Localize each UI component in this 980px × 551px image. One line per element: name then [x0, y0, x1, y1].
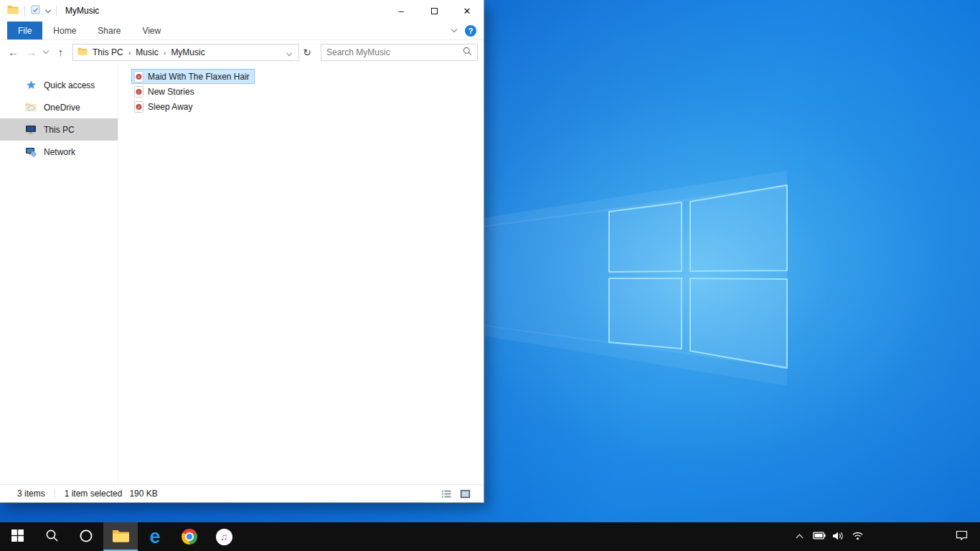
- sidebar-item-onedrive[interactable]: OneDrive: [0, 96, 118, 118]
- address-bar[interactable]: This PC › Music › MyMusic: [72, 44, 299, 61]
- svg-text:♪: ♪: [138, 74, 141, 79]
- breadcrumb-mymusic[interactable]: MyMusic: [166, 47, 209, 57]
- windows-start-icon: [11, 529, 24, 544]
- itunes-icon: ♫: [216, 529, 232, 545]
- tab-view[interactable]: View: [131, 22, 171, 39]
- taskbar-itunes-button[interactable]: ♫: [207, 522, 241, 551]
- window-title: MyMusic: [65, 6, 99, 16]
- music-file-icon: ♪: [134, 86, 143, 98]
- onedrive-folder-icon: [25, 102, 37, 113]
- tab-home[interactable]: Home: [42, 22, 87, 39]
- minimize-button[interactable]: –: [385, 0, 418, 22]
- close-button[interactable]: ✕: [451, 0, 484, 22]
- up-button[interactable]: ↑: [52, 42, 70, 62]
- expand-ribbon-chevron-icon[interactable]: [451, 27, 457, 32]
- breadcrumb-this-pc[interactable]: This PC: [88, 47, 128, 57]
- qat-properties-icon[interactable]: [31, 5, 40, 17]
- file-name: Sleep Away: [148, 102, 193, 112]
- taskbar-file-explorer-button[interactable]: [103, 522, 138, 551]
- caption-buttons: – ✕: [385, 0, 484, 22]
- status-divider: [55, 489, 55, 499]
- refresh-button[interactable]: ↻: [299, 44, 315, 61]
- navigation-pane: Quick access OneDrive This PC Network: [0, 64, 118, 484]
- taskbar-chrome-button[interactable]: [172, 522, 207, 551]
- search-input[interactable]: [326, 47, 463, 57]
- sidebar-item-quick-access[interactable]: Quick access: [0, 74, 118, 96]
- svg-text:♪: ♪: [138, 89, 141, 94]
- window-body: Quick access OneDrive This PC Network: [0, 64, 484, 484]
- start-button[interactable]: [0, 522, 34, 551]
- file-row[interactable]: ♪ Sleep Away: [131, 99, 198, 114]
- cortana-ring-icon: [79, 529, 93, 545]
- tray-volume-button[interactable]: [829, 522, 848, 551]
- file-name: New Stories: [148, 87, 194, 97]
- action-center-icon: [956, 530, 968, 543]
- sidebar-item-label: Quick access: [44, 80, 95, 90]
- sidebar-item-this-pc[interactable]: This PC: [0, 118, 118, 141]
- quick-access-toolbar: MyMusic: [0, 0, 385, 22]
- edge-browser-icon: e: [149, 527, 160, 547]
- search-icon: [45, 529, 59, 545]
- back-button[interactable]: ←: [4, 42, 22, 62]
- recent-locations-chevron[interactable]: [40, 42, 52, 62]
- file-explorer-window: MyMusic – ✕ File Home Share View ? ← → ↑…: [0, 0, 484, 503]
- maximize-icon: [431, 8, 438, 14]
- toolbar-divider: [56, 6, 57, 17]
- title-bar: MyMusic – ✕: [0, 0, 484, 22]
- large-icons-view-button[interactable]: [458, 487, 472, 500]
- sidebar-item-label: This PC: [44, 125, 75, 135]
- sidebar-item-label: Network: [44, 147, 75, 157]
- taskbar-edge-button[interactable]: e: [138, 522, 172, 551]
- search-box: [321, 44, 478, 61]
- svg-text:♪: ♪: [138, 104, 141, 109]
- status-size: 190 KB: [129, 489, 157, 499]
- star-icon: [25, 80, 37, 91]
- search-icon[interactable]: [463, 47, 472, 58]
- status-selection: 1 item selected: [65, 489, 123, 499]
- music-file-icon: ♪: [134, 101, 143, 113]
- maximize-button[interactable]: [418, 0, 451, 22]
- tab-share[interactable]: Share: [87, 22, 131, 39]
- file-name: Maid With The Flaxen Hair: [148, 72, 250, 82]
- chevron-down-icon: [286, 50, 292, 55]
- tray-show-hidden-icons-button[interactable]: [790, 522, 809, 551]
- address-dropdown-button[interactable]: [283, 47, 296, 57]
- taskbar: e ♫: [0, 522, 980, 551]
- qat-customize-chevron-icon[interactable]: [45, 6, 51, 12]
- computer-icon: [25, 124, 37, 136]
- navigation-bar: ← → ↑ This PC › Music › MyMusic ↻: [0, 40, 484, 64]
- ribbon-right-controls: ?: [452, 22, 484, 39]
- status-bar: 3 items 1 item selected 190 KB: [0, 484, 484, 502]
- forward-button[interactable]: →: [22, 42, 40, 62]
- tray-battery-button[interactable]: [809, 522, 829, 551]
- toolbar-divider: [24, 6, 25, 17]
- window-folder-icon[interactable]: [7, 5, 19, 17]
- battery-icon: [813, 532, 826, 542]
- file-explorer-icon: [112, 529, 130, 545]
- action-center-button[interactable]: [946, 522, 976, 551]
- view-toggles: [439, 487, 476, 500]
- cortana-button[interactable]: [69, 522, 103, 551]
- wifi-icon: [852, 531, 864, 542]
- tray-network-button[interactable]: [848, 522, 867, 551]
- status-item-count: 3 items: [17, 489, 45, 499]
- sidebar-item-label: OneDrive: [44, 103, 80, 113]
- breadcrumb-music[interactable]: Music: [131, 47, 163, 57]
- help-button[interactable]: ?: [465, 25, 476, 37]
- address-location-icon: [77, 47, 88, 57]
- chevron-up-icon: [796, 534, 804, 542]
- speaker-icon: [832, 531, 844, 543]
- ribbon-tab-row: File Home Share View ?: [0, 22, 484, 40]
- music-file-icon: ♪: [134, 71, 143, 83]
- details-view-button[interactable]: [439, 487, 453, 500]
- sidebar-item-network[interactable]: Network: [0, 141, 118, 163]
- system-tray: [790, 522, 980, 551]
- chevron-down-icon: [43, 48, 49, 54]
- taskbar-search-button[interactable]: [34, 522, 69, 551]
- network-icon: [25, 146, 37, 158]
- chrome-icon: [182, 529, 197, 545]
- tab-file[interactable]: File: [7, 22, 42, 39]
- file-row[interactable]: ♪ New Stories: [131, 84, 199, 99]
- file-row-selected[interactable]: ♪ Maid With The Flaxen Hair: [131, 69, 255, 84]
- file-list: ♪ Maid With The Flaxen Hair ♪ New Storie…: [118, 64, 484, 484]
